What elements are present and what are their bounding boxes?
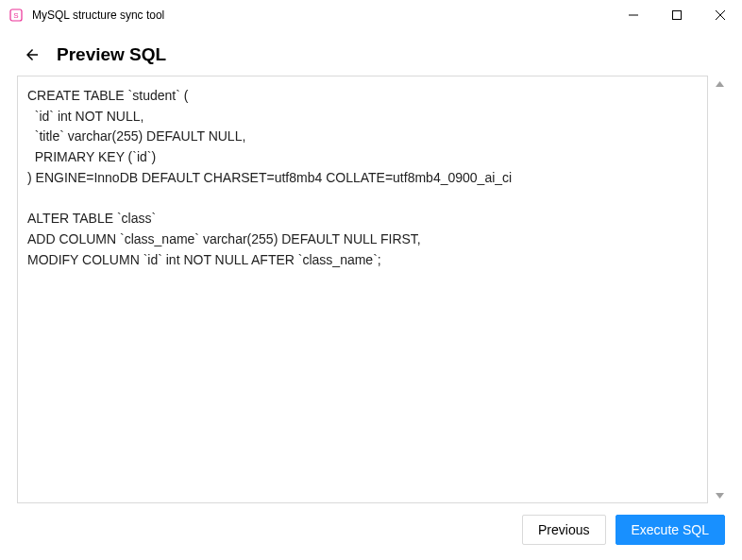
- svg-text:S: S: [13, 11, 18, 20]
- maximize-button[interactable]: [655, 0, 699, 30]
- app-icon: S: [8, 7, 25, 24]
- content-area: CREATE TABLE `student` ( `id` int NOT NU…: [0, 76, 742, 503]
- svg-rect-3: [673, 11, 682, 20]
- window-title: MySQL structure sync tool: [32, 8, 612, 22]
- previous-button[interactable]: Previous: [522, 515, 605, 545]
- page-header: Preview SQL: [0, 30, 742, 76]
- window-controls: [612, 0, 742, 29]
- arrow-left-icon: [24, 46, 41, 63]
- execute-sql-button[interactable]: Execute SQL: [616, 515, 726, 545]
- scroll-down-icon[interactable]: [714, 489, 726, 501]
- footer: Previous Execute SQL: [0, 503, 742, 560]
- scroll-up-icon[interactable]: [714, 77, 726, 90]
- scrollbar[interactable]: [714, 76, 728, 503]
- sql-preview-box[interactable]: CREATE TABLE `student` ( `id` int NOT NU…: [17, 76, 708, 503]
- page-title: Preview SQL: [57, 44, 166, 65]
- back-button[interactable]: [21, 43, 43, 66]
- titlebar: S MySQL structure sync tool: [0, 0, 742, 30]
- minimize-button[interactable]: [612, 0, 655, 30]
- close-button[interactable]: [699, 0, 742, 30]
